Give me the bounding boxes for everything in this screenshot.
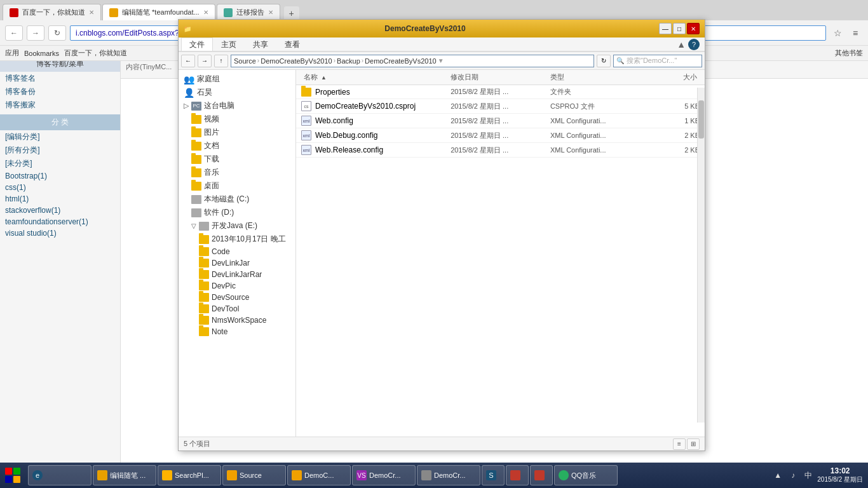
path-part-2[interactable]: Backup — [337, 57, 360, 65]
nav-item-devsource[interactable]: DevSource — [179, 292, 295, 303]
sidebar-item-vs[interactable]: visual studio(1) — [0, 227, 120, 239]
bookmark-apps[interactable]: 应用 — [5, 48, 19, 58]
help-button[interactable]: ? — [688, 39, 700, 50]
menu-icon[interactable]: ≡ — [848, 25, 863, 41]
new-tab-button[interactable]: + — [284, 6, 299, 20]
taskbar-item-s[interactable]: S — [482, 465, 505, 485]
nav-item-downloads[interactable]: 下载 — [179, 152, 295, 166]
taskbar-item-qq[interactable]: QQ音乐 — [554, 465, 618, 485]
taskbar-item-red2[interactable] — [530, 465, 553, 485]
path-part-1[interactable]: DemoCreateByVs2010 — [261, 57, 332, 65]
tab-baidu[interactable]: 百度一下，你就知道 ✕ — [3, 4, 101, 20]
tab-migrate[interactable]: 迁移报告 ✕ — [217, 4, 280, 20]
nav-item-devlinkjar[interactable]: DevLinkJar — [179, 257, 295, 269]
sidebar-link-signature[interactable]: 博客签名 — [0, 72, 120, 85]
file-name-2: Web.config — [315, 116, 353, 125]
col-size[interactable]: 大小 — [648, 71, 700, 83]
taskbar-item-source[interactable]: Source — [222, 465, 286, 485]
sidebar-item-css[interactable]: css(1) — [0, 182, 120, 193]
taskbar-item-ie[interactable]: e — [28, 465, 92, 485]
taskbar-item-vs1[interactable]: VS DemoCr... — [352, 465, 416, 485]
refresh-button[interactable]: ↻ — [597, 55, 611, 67]
star-icon[interactable]: ☆ — [830, 25, 845, 41]
ribbon-tab-share[interactable]: 共享 — [245, 37, 276, 51]
sidebar-item-bootstrap[interactable]: Bootstrap(1) — [0, 170, 120, 182]
tab-migrate-close[interactable]: ✕ — [268, 9, 273, 16]
taskbar-clock[interactable]: 13:02 2015/8/2 星期日 — [817, 466, 863, 484]
sidebar-item-stackoverflow[interactable]: stackoverflow(1) — [0, 205, 120, 216]
path-part-0[interactable]: Source — [234, 57, 256, 65]
nav-item-user[interactable]: 👤 石昊 — [179, 86, 295, 99]
ribbon-collapse-button[interactable]: ▲ — [677, 39, 686, 50]
file-type-0: 文件夹 — [550, 87, 650, 97]
col-type[interactable]: 类型 — [548, 71, 648, 83]
nav-item-2013[interactable]: 2013年10月17日 晚工 — [179, 233, 295, 246]
minimize-button[interactable]: — — [659, 23, 672, 34]
nav-item-desktop[interactable]: 桌面 — [179, 179, 295, 193]
taskbar-item-democc[interactable]: DemoC... — [287, 465, 351, 485]
taskbar-item-vs2[interactable]: DemoCr... — [417, 465, 480, 485]
col-name[interactable]: 名称 ▲ — [301, 71, 448, 83]
nav-item-thispc[interactable]: ▷ PC 这台电脑 — [179, 99, 295, 112]
tab-editor-close[interactable]: ✕ — [203, 9, 208, 16]
nav-item-devtool[interactable]: DevTool — [179, 303, 295, 315]
nav-item-nmsworkspace[interactable]: NmsWorkSpace — [179, 315, 295, 326]
file-item-4[interactable]: xml Web.Release.config 2015/8/2 星期日 ... … — [296, 143, 705, 158]
bookmark-baidu[interactable]: 百度一下，你就知道 — [64, 48, 127, 58]
taskbar-item-search[interactable]: SearchPl... — [158, 465, 221, 485]
ribbon-tab-file[interactable]: 文件 — [181, 37, 213, 51]
nav-item-drive-c[interactable]: 本地磁盘 (C:) — [179, 193, 295, 206]
nav-item-pictures[interactable]: 图片 — [179, 126, 295, 139]
scroll-area[interactable] — [697, 88, 705, 423]
nav-item-drive-d[interactable]: 软件 (D:) — [179, 206, 295, 219]
bookmark-other[interactable]: 其他书签 — [835, 48, 863, 58]
nav-item-videos[interactable]: 视频 — [179, 112, 295, 126]
addr-back-button[interactable]: ← — [181, 55, 195, 67]
tab-editor[interactable]: 编辑随笔 *teamfoundat... ✕ — [102, 4, 215, 20]
nav-item-docs[interactable]: 文档 — [179, 139, 295, 152]
sidebar-item-0[interactable]: [编辑分类] — [0, 130, 120, 144]
sidebar-link-backup[interactable]: 博客备份 — [0, 85, 120, 98]
tray-sound[interactable]: ♪ — [787, 469, 799, 482]
tab-baidu-close[interactable]: ✕ — [89, 9, 94, 16]
scroll-thumb[interactable] — [698, 100, 704, 139]
sidebar-link-move[interactable]: 博客搬家 — [0, 98, 120, 112]
reload-button[interactable]: ↻ — [48, 25, 66, 41]
search-box[interactable]: 🔍 搜索"DemoCr..." — [613, 55, 702, 67]
maximize-button[interactable]: □ — [673, 23, 686, 34]
sidebar-item-tfs[interactable]: teamfoundationserver(1) — [0, 216, 120, 227]
ribbon-tab-home[interactable]: 主页 — [213, 37, 245, 51]
sidebar-item-1[interactable]: [所有分类] — [0, 144, 120, 157]
nav-item-devlinkjarrar[interactable]: DevLinkJarRar — [179, 269, 295, 280]
file-item-2[interactable]: xml Web.config 2015/8/2 星期日 ... XML Conf… — [296, 114, 705, 128]
taskbar-item-editor[interactable]: 编辑随笔 ... — [93, 465, 156, 485]
path-part-3[interactable]: DemoCreateByVs2010 — [365, 57, 437, 65]
file-item-0[interactable]: Properties 2015/8/2 星期日 ... 文件夹 — [296, 85, 705, 99]
file-item-3[interactable]: xml Web.Debug.config 2015/8/2 星期日 ... XM… — [296, 128, 705, 143]
view-tiles-button[interactable]: ⊞ — [687, 438, 700, 450]
taskbar-item-red1[interactable] — [506, 465, 529, 485]
col-date[interactable]: 修改日期 — [448, 71, 548, 83]
nav-item-note[interactable]: Note — [179, 326, 295, 337]
sidebar-item-2[interactable]: [未分类] — [0, 157, 120, 170]
address-path[interactable]: Source › DemoCreateByVs2010 › Backup › D… — [231, 55, 594, 67]
nav-item-code[interactable]: Code — [179, 246, 295, 257]
bookmark-bookmarks[interactable]: Bookmarks — [24, 50, 59, 57]
close-button[interactable]: ✕ — [687, 23, 700, 34]
nav-item-music[interactable]: 音乐 — [179, 166, 295, 179]
start-button[interactable] — [0, 463, 25, 488]
addr-forward-button[interactable]: → — [198, 55, 212, 67]
nav-item-drive-e[interactable]: ▽ 开发Java (E:) — [179, 219, 295, 233]
tray-ime[interactable]: 中 — [802, 469, 815, 482]
forward-button[interactable]: → — [27, 25, 44, 41]
addr-up-button[interactable]: ↑ — [214, 55, 228, 67]
view-details-button[interactable]: ≡ — [673, 438, 686, 450]
back-button[interactable]: ← — [5, 25, 23, 41]
sidebar-item-html[interactable]: html(1) — [0, 193, 120, 205]
tray-arrow[interactable]: ▲ — [771, 469, 784, 482]
folder-icon-devtool — [199, 304, 209, 313]
ribbon-tab-view[interactable]: 查看 — [276, 37, 308, 51]
file-item-1[interactable]: cs DemoCreateByVs2010.csproj 2015/8/2 星期… — [296, 99, 705, 114]
nav-item-homegroup[interactable]: 👥 家庭组 — [179, 72, 295, 86]
nav-item-devpic[interactable]: DevPic — [179, 280, 295, 292]
